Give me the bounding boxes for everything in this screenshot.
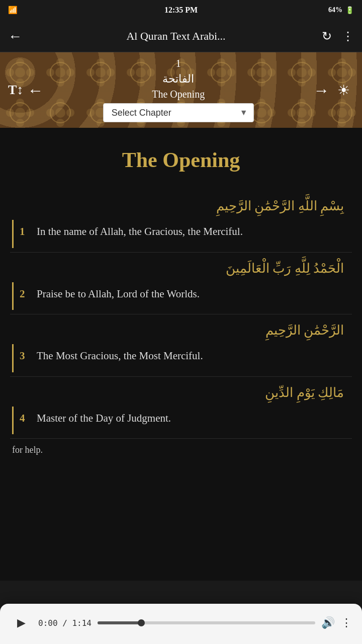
main-content: The Opening بِسْمِ اللَّهِ الرَّحْمَٰنِ … [0,128,362,581]
verse-3-number: 3 [20,348,32,364]
progress-fill [98,621,141,624]
audio-player: ▶ 0:00 / 1:14 🔊 ⋮ [0,604,362,644]
chapter-number: 1 [176,58,181,69]
partial-text: for help. [10,441,352,455]
verse-1-number: 1 [20,224,32,240]
verse-2-text: Praise be to Allah, Lord of the Worlds. [37,286,200,302]
chapter-arabic: الفاتحة [162,72,194,86]
refresh-button[interactable]: ↻ [322,29,332,43]
verse-2-english: 2 Praise be to Allah, Lord of the Worlds… [12,282,352,310]
verse-divider-4 [10,438,352,439]
status-battery: 64% 🔋 [328,6,354,15]
battery-icon: 🔋 [345,6,354,15]
verse-1-english: 1 In the name of Allah, the Gracious, th… [12,220,352,248]
verse-2-number: 2 [20,286,32,302]
select-chapter-wrapper: Select Chapter 1. Al-Fatihah - The Openi… [103,103,254,122]
status-time: 12:35 PM [164,6,198,15]
verse-4-number: 4 [20,411,32,427]
brightness-button[interactable]: ☀ [333,78,354,103]
verse-3-text: The Most Gracious, the Most Merciful. [37,348,203,364]
status-signal: 📶 [8,6,18,15]
audio-more-button[interactable]: ⋮ [341,616,352,629]
verse-4-text: Master of the Day of Judgment. [37,411,171,427]
verse-4-english: 4 Master of the Day of Judgment. [12,407,352,435]
surah-title: The Opening [10,148,352,172]
nav-header: T↕ ← 1 الفاتحة The Opening Select Chapte… [0,52,362,128]
verse-3-arabic: الرَّحْمَٰنِ الرَّحِيمِ [10,316,352,344]
verse-1-arabic: بِسْمِ اللَّهِ الرَّحْمَٰنِ الرَّحِيمِ [10,192,352,220]
verse-2-arabic: الْحَمْدُ لِلَّهِ رَبِّ الْعَالَمِينَ [10,255,352,282]
app-bar-actions: ↻ ⋮ [322,29,354,43]
nav-center: 1 الفاتحة The Opening Select Chapter 1. … [47,58,309,122]
play-button[interactable]: ▶ [10,612,32,634]
audio-controls: ▶ 0:00 / 1:14 🔊 ⋮ [10,612,352,634]
battery-text: 64% [328,6,342,14]
progress-knob [138,619,145,626]
verse-divider-1 [10,252,352,253]
verse-1: بِسْمِ اللَّهِ الرَّحْمَٰنِ الرَّحِيمِ 1… [10,192,352,248]
chapter-english: The Opening [152,89,205,100]
next-chapter-button[interactable]: → [309,77,333,104]
progress-bar[interactable] [98,621,315,624]
status-bar: 📶 12:35 PM 64% 🔋 [0,0,362,20]
back-button[interactable]: ← [8,28,22,44]
verse-1-text: In the name of Allah, the Gracious, the … [37,224,243,240]
more-options-button[interactable]: ⋮ [342,29,354,43]
select-chapter-dropdown[interactable]: Select Chapter 1. Al-Fatihah - The Openi… [103,103,254,122]
verse-divider-3 [10,376,352,377]
prev-chapter-button[interactable]: ← [23,77,47,104]
verse-4-arabic: مَالِكِ يَوْمِ الدِّينِ [10,379,352,407]
verse-3-english: 3 The Most Gracious, the Most Merciful. [12,344,352,372]
volume-button[interactable]: 🔊 [321,616,335,629]
signal-icon: 📶 [8,6,18,15]
verse-divider-2 [10,314,352,314]
app-bar: ← Al Quran Text Arabi... ↻ ⋮ [0,20,362,52]
app-bar-title: Al Quran Text Arabi... [30,30,322,43]
nav-header-content: T↕ ← 1 الفاتحة The Opening Select Chapte… [0,52,362,128]
text-size-controls: T↕ [8,84,23,97]
verse-3: الرَّحْمَٰنِ الرَّحِيمِ 3 The Most Graci… [10,316,352,372]
verse-2: الْحَمْدُ لِلَّهِ رَبِّ الْعَالَمِينَ 2 … [10,255,352,310]
verse-4: مَالِكِ يَوْمِ الدِّينِ 4 Master of the … [10,379,352,435]
current-time: 0:00 / 1:14 [38,618,92,628]
text-size-icon[interactable]: T↕ [8,84,23,97]
